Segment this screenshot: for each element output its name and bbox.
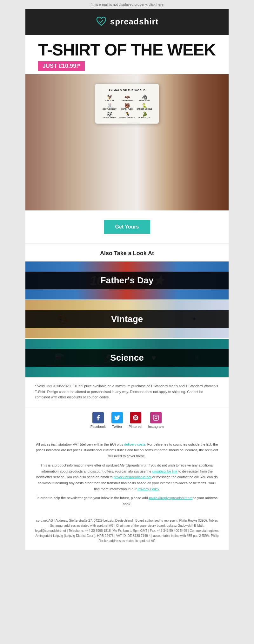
spreadshirt-heart-icon	[96, 16, 107, 27]
footer-paragraph-3: In order to help the newsletter get to y…	[35, 495, 219, 507]
science-label: Science	[110, 353, 144, 363]
twitter-icon[interactable]	[111, 412, 123, 423]
animal-trash-panda: 🐼 TRASH PANDA	[102, 112, 117, 119]
unsubscribe-link[interactable]: unsubscribe link	[152, 469, 177, 473]
social-section: Facebook Twitter	[25, 406, 229, 437]
instagram-icon[interactable]	[150, 412, 162, 423]
category-fathers-day[interactable]: 100% ★ ★ ★ Father's Day	[25, 261, 229, 299]
animal-danger-noodle: 🐍 DANGER NOODLE	[137, 103, 152, 110]
animal-death-flog: 🐻 DEATH FLOG	[119, 103, 135, 110]
cta-section: Get Yours	[25, 210, 229, 244]
category-science[interactable]: ⚗️ 🔬 ♥ ⚛ Science	[25, 339, 229, 377]
animals-grid: 🦅 FLAP FLAP 🦇 LEATHER BIRD 🦓 TIGER PONY	[102, 94, 152, 119]
privacy-policy-link[interactable]: Privacy Policy	[137, 487, 159, 491]
delivery-costs-link[interactable]: delivery costs	[124, 442, 145, 446]
animal-murder-log: 🐊 MURDER LOG	[137, 112, 152, 119]
logo-text: spreadshirt	[110, 17, 159, 27]
tshirt-mockup: ANIMALS OF THE WORLD 🦅 FLAP FLAP 🦇 LEATH…	[95, 84, 159, 124]
disclaimer-text: * Valid until 31/05/2020. £10.99 price a…	[25, 377, 229, 406]
animal-leather-bird: 🦇 LEATHER BIRD	[119, 94, 135, 101]
also-look-heading: Also Take a Look At	[25, 244, 229, 261]
tshirt-title: ANIMALS OF THE WORLD	[102, 89, 152, 92]
pinterest-label: Pinterest	[129, 425, 142, 428]
top-bar-text: If this e-mail is not displayed properly…	[90, 3, 164, 6]
category-vintage[interactable]: 🎨 SOLD ✦ Vintage	[25, 300, 229, 338]
footer-section: All prices incl. statutory VAT (delivery…	[25, 437, 229, 515]
animal-formal-chicken: 🐧 FORMAL CHICKEN	[119, 112, 135, 119]
instagram-label: Instagram	[148, 425, 164, 428]
get-yours-button[interactable]: Get Yours	[104, 220, 150, 234]
footer-paragraph-2: This is a product information newsletter…	[35, 462, 219, 492]
vintage-label: Vintage	[111, 314, 143, 324]
fathers-day-label: Father's Day	[101, 275, 154, 285]
svg-rect-0	[153, 415, 159, 420]
headline-section: T-SHIRT OF THE WEEK JUST £10.99!*	[25, 35, 229, 74]
pinterest-icon[interactable]	[130, 412, 141, 423]
privacy-email-link[interactable]: privacy@spreadshirt.net	[114, 475, 151, 479]
twitter-label: Twitter	[112, 425, 122, 428]
social-icons-row: Facebook Twitter	[25, 412, 229, 428]
svg-point-1	[155, 416, 157, 419]
legal-text: sprd.net AG | Address: Gießerstraße 27, …	[25, 515, 229, 550]
header-logo: spreadshirt	[25, 9, 229, 35]
facebook-icon[interactable]	[92, 412, 104, 423]
svg-point-2	[157, 416, 158, 416]
email-wrapper: If this e-mail is not displayed properly…	[0, 0, 254, 550]
animal-bootle-snout: 🐰 BOOTLE SNOUT	[102, 103, 117, 110]
product-image-section: ANIMALS OF THE WORLD 🦅 FLAP FLAP 🦇 LEATH…	[25, 74, 229, 210]
top-bar: If this e-mail is not displayed properly…	[0, 0, 254, 9]
social-pinterest[interactable]: Pinterest	[129, 412, 142, 428]
animal-flap-flap: 🦅 FLAP FLAP	[102, 94, 117, 101]
headline-title: T-SHIRT OF THE WEEK	[38, 42, 216, 58]
product-image: ANIMALS OF THE WORLD 🦅 FLAP FLAP 🦇 LEATH…	[25, 74, 229, 210]
footer-paragraph-1: All prices incl. statutory VAT (delivery…	[35, 441, 219, 459]
price-badge: JUST £10.99!*	[38, 61, 85, 71]
facebook-label: Facebook	[90, 425, 106, 428]
animal-tiger-pony: 🦓 TIGER PONY	[137, 94, 152, 101]
social-facebook[interactable]: Facebook	[90, 412, 106, 428]
email-body: spreadshirt T-SHIRT OF THE WEEK JUST £10…	[25, 9, 229, 550]
social-twitter[interactable]: Twitter	[111, 412, 123, 428]
newsletter-email-link[interactable]: paula@reply.spreadshirt.net	[149, 496, 192, 500]
social-instagram[interactable]: Instagram	[148, 412, 164, 428]
